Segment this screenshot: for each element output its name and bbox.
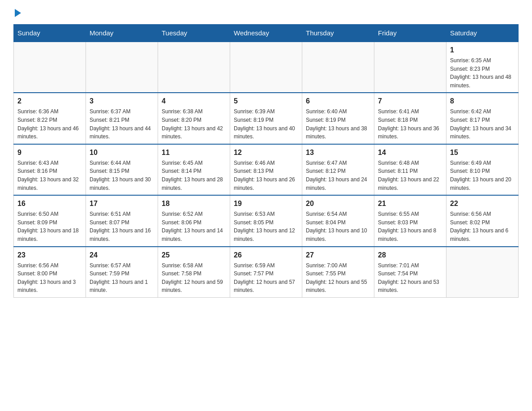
day-info: Sunrise: 6:49 AM Sunset: 8:10 PM Dayligh… (450, 159, 515, 192)
calendar-week-row: 23Sunrise: 6:56 AM Sunset: 8:00 PM Dayli… (14, 247, 519, 298)
calendar-day-cell (446, 247, 519, 298)
day-number: 8 (450, 96, 515, 107)
calendar-day-cell: 13Sunrise: 6:47 AM Sunset: 8:12 PM Dayli… (302, 144, 374, 195)
calendar-week-row: 9Sunrise: 6:43 AM Sunset: 8:16 PM Daylig… (14, 144, 519, 195)
day-info: Sunrise: 6:53 AM Sunset: 8:05 PM Dayligh… (234, 210, 298, 243)
calendar-day-cell (86, 42, 158, 93)
calendar-day-cell: 17Sunrise: 6:51 AM Sunset: 8:07 PM Dayli… (86, 195, 158, 246)
day-info: Sunrise: 7:00 AM Sunset: 7:55 PM Dayligh… (306, 261, 370, 295)
day-of-week-header: Sunday (14, 25, 86, 42)
day-number: 3 (90, 96, 154, 107)
day-info: Sunrise: 6:51 AM Sunset: 8:07 PM Dayligh… (90, 210, 154, 243)
day-info: Sunrise: 6:58 AM Sunset: 7:58 PM Dayligh… (162, 261, 226, 295)
day-info: Sunrise: 6:47 AM Sunset: 8:12 PM Dayligh… (306, 159, 370, 192)
calendar-day-cell: 25Sunrise: 6:58 AM Sunset: 7:58 PM Dayli… (158, 247, 230, 298)
calendar-week-row: 2Sunrise: 6:36 AM Sunset: 8:22 PM Daylig… (14, 93, 519, 144)
day-info: Sunrise: 6:36 AM Sunset: 8:22 PM Dayligh… (17, 107, 82, 141)
day-number: 9 (17, 147, 82, 158)
day-number: 16 (17, 198, 82, 209)
calendar-header: SundayMondayTuesdayWednesdayThursdayFrid… (14, 25, 519, 42)
day-number: 20 (306, 198, 370, 209)
day-number: 14 (378, 147, 442, 158)
calendar-body: 1Sunrise: 6:35 AM Sunset: 8:23 PM Daylig… (14, 42, 519, 297)
day-info: Sunrise: 6:41 AM Sunset: 8:18 PM Dayligh… (378, 107, 442, 141)
day-info: Sunrise: 6:56 AM Sunset: 8:02 PM Dayligh… (450, 210, 515, 243)
calendar-day-cell: 7Sunrise: 6:41 AM Sunset: 8:18 PM Daylig… (374, 93, 446, 144)
calendar-day-cell: 1Sunrise: 6:35 AM Sunset: 8:23 PM Daylig… (446, 42, 519, 93)
calendar-day-cell: 21Sunrise: 6:55 AM Sunset: 8:03 PM Dayli… (374, 195, 446, 246)
day-number: 28 (378, 250, 442, 261)
calendar-day-cell (158, 42, 230, 93)
day-number: 18 (162, 198, 226, 209)
calendar-day-cell: 23Sunrise: 6:56 AM Sunset: 8:00 PM Dayli… (14, 247, 86, 298)
day-info: Sunrise: 6:57 AM Sunset: 7:59 PM Dayligh… (90, 261, 154, 295)
day-number: 22 (450, 198, 515, 209)
day-number: 25 (162, 250, 226, 261)
day-number: 23 (17, 250, 82, 261)
calendar-day-cell: 11Sunrise: 6:45 AM Sunset: 8:14 PM Dayli… (158, 144, 230, 195)
logo-arrow-icon (15, 9, 21, 17)
day-of-week-header: Wednesday (230, 25, 302, 42)
day-number: 7 (378, 96, 442, 107)
calendar-day-cell: 6Sunrise: 6:40 AM Sunset: 8:19 PM Daylig… (302, 93, 374, 144)
day-info: Sunrise: 6:45 AM Sunset: 8:14 PM Dayligh… (162, 159, 226, 192)
day-info: Sunrise: 6:37 AM Sunset: 8:21 PM Dayligh… (90, 107, 154, 141)
day-info: Sunrise: 6:38 AM Sunset: 8:20 PM Dayligh… (162, 107, 226, 141)
day-info: Sunrise: 6:46 AM Sunset: 8:13 PM Dayligh… (234, 159, 298, 192)
day-info: Sunrise: 6:55 AM Sunset: 8:03 PM Dayligh… (378, 210, 442, 243)
day-number: 10 (90, 147, 154, 158)
calendar-day-cell: 18Sunrise: 6:52 AM Sunset: 8:06 PM Dayli… (158, 195, 230, 246)
day-info: Sunrise: 6:59 AM Sunset: 7:57 PM Dayligh… (234, 261, 298, 295)
day-info: Sunrise: 6:42 AM Sunset: 8:17 PM Dayligh… (450, 107, 515, 141)
day-number: 21 (378, 198, 442, 209)
calendar-day-cell: 24Sunrise: 6:57 AM Sunset: 7:59 PM Dayli… (86, 247, 158, 298)
calendar-week-row: 16Sunrise: 6:50 AM Sunset: 8:09 PM Dayli… (14, 195, 519, 246)
day-info: Sunrise: 6:44 AM Sunset: 8:15 PM Dayligh… (90, 159, 154, 192)
day-number: 1 (450, 45, 515, 56)
day-number: 15 (450, 147, 515, 158)
day-number: 13 (306, 147, 370, 158)
day-number: 24 (90, 250, 154, 261)
day-info: Sunrise: 6:40 AM Sunset: 8:19 PM Dayligh… (306, 107, 370, 141)
day-of-week-header: Saturday (446, 25, 519, 42)
calendar-day-cell: 28Sunrise: 7:01 AM Sunset: 7:54 PM Dayli… (374, 247, 446, 298)
day-number: 26 (234, 250, 298, 261)
day-info: Sunrise: 6:50 AM Sunset: 8:09 PM Dayligh… (17, 210, 82, 243)
day-number: 4 (162, 96, 226, 107)
calendar-table: SundayMondayTuesdayWednesdayThursdayFrid… (13, 24, 519, 298)
day-number: 6 (306, 96, 370, 107)
calendar-day-cell: 3Sunrise: 6:37 AM Sunset: 8:21 PM Daylig… (86, 93, 158, 144)
calendar-day-cell: 26Sunrise: 6:59 AM Sunset: 7:57 PM Dayli… (230, 247, 302, 298)
day-of-week-header: Thursday (302, 25, 374, 42)
day-info: Sunrise: 6:35 AM Sunset: 8:23 PM Dayligh… (450, 56, 515, 90)
calendar-day-cell (374, 42, 446, 93)
calendar-day-cell: 20Sunrise: 6:54 AM Sunset: 8:04 PM Dayli… (302, 195, 374, 246)
calendar-day-cell (302, 42, 374, 93)
day-number: 5 (234, 96, 298, 107)
calendar-day-cell: 10Sunrise: 6:44 AM Sunset: 8:15 PM Dayli… (86, 144, 158, 195)
calendar-day-cell: 15Sunrise: 6:49 AM Sunset: 8:10 PM Dayli… (446, 144, 519, 195)
day-info: Sunrise: 6:48 AM Sunset: 8:11 PM Dayligh… (378, 159, 442, 192)
day-info: Sunrise: 6:43 AM Sunset: 8:16 PM Dayligh… (17, 159, 82, 192)
header-row: SundayMondayTuesdayWednesdayThursdayFrid… (14, 25, 519, 42)
calendar-day-cell: 27Sunrise: 7:00 AM Sunset: 7:55 PM Dayli… (302, 247, 374, 298)
calendar-day-cell: 8Sunrise: 6:42 AM Sunset: 8:17 PM Daylig… (446, 93, 519, 144)
calendar-day-cell (14, 42, 86, 93)
day-info: Sunrise: 6:39 AM Sunset: 8:19 PM Dayligh… (234, 107, 298, 141)
day-info: Sunrise: 6:56 AM Sunset: 8:00 PM Dayligh… (17, 261, 82, 295)
calendar-day-cell: 16Sunrise: 6:50 AM Sunset: 8:09 PM Dayli… (14, 195, 86, 246)
day-of-week-header: Monday (86, 25, 158, 42)
calendar-day-cell: 22Sunrise: 6:56 AM Sunset: 8:02 PM Dayli… (446, 195, 519, 246)
day-info: Sunrise: 6:52 AM Sunset: 8:06 PM Dayligh… (162, 210, 226, 243)
day-number: 12 (234, 147, 298, 158)
day-number: 2 (17, 96, 82, 107)
page-header (13, 9, 519, 17)
calendar-day-cell: 5Sunrise: 6:39 AM Sunset: 8:19 PM Daylig… (230, 93, 302, 144)
calendar-day-cell: 2Sunrise: 6:36 AM Sunset: 8:22 PM Daylig… (14, 93, 86, 144)
logo-line1 (13, 9, 21, 17)
calendar-day-cell: 14Sunrise: 6:48 AM Sunset: 8:11 PM Dayli… (374, 144, 446, 195)
day-of-week-header: Friday (374, 25, 446, 42)
day-number: 19 (234, 198, 298, 209)
calendar-week-row: 1Sunrise: 6:35 AM Sunset: 8:23 PM Daylig… (14, 42, 519, 93)
day-number: 27 (306, 250, 370, 261)
